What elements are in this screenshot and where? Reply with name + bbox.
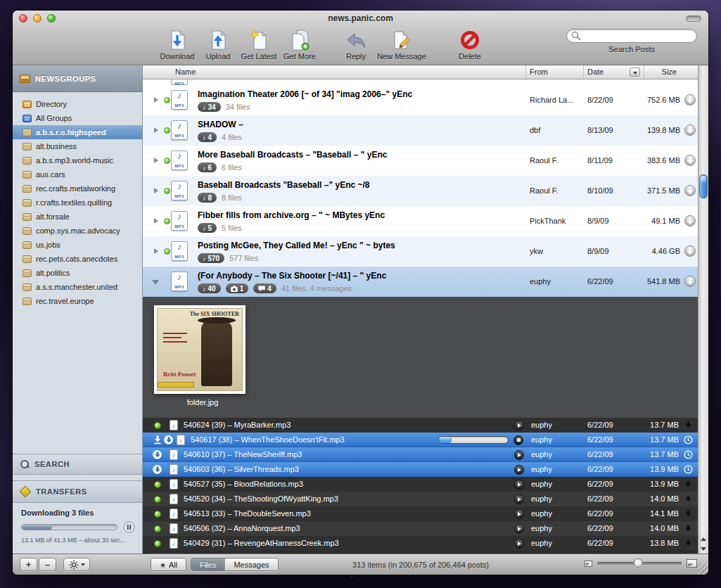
toolbar-toggle-button[interactable] <box>686 15 701 22</box>
download-post-button[interactable] <box>684 185 696 196</box>
file-row-downloading[interactable]: 540617 (38) – WhenTheShoeDoesn'tFit.mp3 … <box>143 433 698 447</box>
size-slider[interactable] <box>597 562 682 565</box>
disclosure-triangle-icon[interactable] <box>154 97 161 103</box>
sidebar-item-newsgroup[interactable]: a.b.s.r.o.highspeed <box>13 125 142 139</box>
remove-button[interactable]: – <box>39 558 56 571</box>
sidebar-item-newsgroup[interactable]: rec.pets.cats.anecdotes <box>13 252 142 266</box>
delete-button[interactable]: Delete <box>449 29 490 60</box>
file-row[interactable]: 540520 (34) – TheShootingOfWyattKing.mp3… <box>143 492 698 506</box>
download-post-button[interactable] <box>684 94 696 106</box>
disclosure-triangle-icon[interactable] <box>154 188 161 193</box>
partial-post-row[interactable] <box>143 79 698 85</box>
sidebar-item-newsgroup[interactable]: alt.business <box>13 139 142 153</box>
disclosure-triangle-icon[interactable] <box>154 218 161 224</box>
download-post-button[interactable] <box>684 124 696 136</box>
sidebar-item-newsgroup[interactable]: rec.crafts.metalworking <box>13 181 142 196</box>
scroll-up-button[interactable] <box>698 534 708 544</box>
download-post-button[interactable] <box>684 215 696 226</box>
column-header-from[interactable]: From <box>530 68 548 76</box>
download-file-button[interactable] <box>683 479 693 489</box>
file-progress-fill <box>439 437 452 443</box>
sidebar-item-newsgroup[interactable]: rec.travel.europe <box>13 294 142 308</box>
play-button[interactable] <box>514 494 524 504</box>
download-file-button[interactable] <box>683 523 693 533</box>
sidebar-item-newsgroup[interactable]: alt.forsale <box>13 210 142 224</box>
sidebar-item-newsgroup[interactable]: comp.sys.mac.advocacy <box>13 224 142 238</box>
resize-grip[interactable] <box>698 564 708 574</box>
tab-files[interactable]: Files <box>191 558 224 570</box>
sidebar-item-newsgroup[interactable]: a.b.s.mp3.world-music <box>13 153 142 167</box>
post-row[interactable]: Baseball Broadcasts "Baseball –" yEnc ~/… <box>143 176 698 206</box>
upload-button[interactable]: Upload <box>198 29 238 60</box>
download-file-button[interactable] <box>683 420 693 430</box>
download-post-button[interactable] <box>684 155 696 166</box>
post-row[interactable]: Posting McGee, They Called Me! – yEnc " … <box>143 236 698 267</box>
file-row[interactable]: 540624 (39) – MyraBarker.mp3 euphy 6/22/… <box>143 418 698 433</box>
play-button[interactable] <box>514 509 524 519</box>
download-file-button[interactable] <box>683 494 693 504</box>
play-button[interactable] <box>514 539 524 549</box>
slider-thumb[interactable] <box>634 558 643 568</box>
file-row-queued[interactable]: 540610 (37) – TheNewSheriff.mp3 euphy 6/… <box>143 447 698 462</box>
play-button[interactable] <box>514 480 524 490</box>
sidebar-item-newsgroup[interactable]: us.jobs <box>13 238 142 252</box>
post-row[interactable]: Fibber fills from archive.org – " ~ MByt… <box>143 206 698 236</box>
disclosure-triangle-open-icon[interactable] <box>152 280 159 288</box>
sidebar-item-all-groups[interactable]: All Groups <box>13 111 142 125</box>
download-button[interactable]: Download <box>157 29 198 60</box>
reply-button[interactable]: Reply <box>336 29 376 60</box>
tab-all[interactable]: All <box>151 558 186 570</box>
play-button[interactable] <box>514 450 524 460</box>
post-row-selected[interactable]: (For Anybody – The Six Shooter [~/41] – … <box>143 267 698 297</box>
column-header-date[interactable]: Date <box>587 68 604 76</box>
file-row-queued[interactable]: 540603 (36) – SilverThreads.mp3 euphy 6/… <box>143 462 698 477</box>
transfers-section-header[interactable]: TRANSFERS <box>13 480 142 503</box>
newsgroups-section-header[interactable]: NEWSGROUPS <box>13 65 142 92</box>
download-file-button[interactable] <box>683 509 693 518</box>
column-header-name[interactable]: Name <box>175 68 196 76</box>
sort-direction-button[interactable] <box>630 68 640 77</box>
download-file-button[interactable] <box>683 538 693 548</box>
stop-download-button[interactable] <box>513 435 523 445</box>
post-row[interactable]: Imagination Theater 2006 [~ of 34] "imag… <box>143 85 698 115</box>
add-button[interactable]: + <box>20 558 37 571</box>
scroll-down-button[interactable] <box>698 544 708 554</box>
search-section-header[interactable]: SEARCH <box>13 454 142 475</box>
sidebar-item-newsgroup[interactable]: r.crafts.textiles.quilting <box>13 196 142 210</box>
file-row[interactable]: 540429 (31) – RevengeAtHarnessCreek.mp3 … <box>143 536 698 551</box>
get-more-button[interactable]: Get More <box>279 29 320 60</box>
titlebar[interactable]: news.panic.com <box>13 11 708 26</box>
download-post-button[interactable] <box>684 276 696 287</box>
post-row[interactable]: More Baseball Broadcasts – "Baseball – "… <box>143 146 698 176</box>
complete-status-icon <box>154 481 161 488</box>
file-row[interactable]: 540527 (35) – BloodRelations.mp3 euphy 6… <box>143 477 698 492</box>
new-message-button[interactable]: New Message <box>376 29 427 60</box>
sidebar-item-directory[interactable]: Directory <box>13 97 142 111</box>
file-row[interactable]: 540513 (33) – TheDoubleSeven.mp3 euphy 6… <box>143 506 698 521</box>
disclosure-triangle-icon[interactable] <box>154 248 161 254</box>
poster-banner <box>158 382 194 388</box>
pause-button[interactable] <box>123 521 135 533</box>
scrollbar-thumb[interactable] <box>699 174 708 198</box>
audio-file-icon <box>170 464 178 475</box>
get-latest-button[interactable]: Get Latest <box>238 29 279 60</box>
sidebar-item-newsgroup[interactable]: alt.politics <box>13 266 142 280</box>
sidebar-item-newsgroup[interactable]: aus.cars <box>13 167 142 181</box>
action-menu-button[interactable] <box>63 558 90 571</box>
file-row[interactable]: 540506 (32) – AnnaNorquest.mp3 euphy 6/2… <box>143 521 698 536</box>
play-button[interactable] <box>514 421 524 430</box>
column-header-size[interactable]: Size <box>662 68 677 76</box>
disclosure-triangle-icon[interactable] <box>154 158 161 163</box>
download-post-button[interactable] <box>684 245 696 257</box>
search-field[interactable] <box>566 29 697 43</box>
attachment-thumbnail[interactable]: The SIX SHOOTER Britt Ponset <box>154 305 245 394</box>
disclosure-triangle-icon[interactable] <box>154 127 161 133</box>
search-input[interactable] <box>581 32 692 40</box>
play-button[interactable] <box>514 524 524 534</box>
vertical-scrollbar[interactable] <box>698 65 708 554</box>
audio-file-icon <box>170 509 178 519</box>
sidebar-item-newsgroup[interactable]: a.s.s.manchester.united <box>13 280 142 294</box>
post-row[interactable]: SHADOW – 44 files dbf 8/13/09 139.8 MB <box>143 115 698 146</box>
tab-messages[interactable]: Messages <box>224 558 277 570</box>
play-button[interactable] <box>514 465 524 475</box>
